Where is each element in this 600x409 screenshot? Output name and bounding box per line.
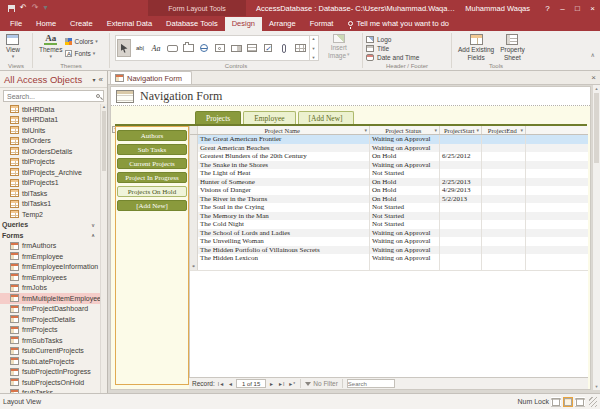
label-icon[interactable]: Aa <box>149 39 163 57</box>
form-list-item[interactable]: fsubProjectsOnHold <box>0 377 100 388</box>
attachment-icon[interactable] <box>277 39 291 57</box>
record-selector[interactable] <box>190 254 198 263</box>
side-navigation-tab[interactable]: Projects On Hold <box>117 186 187 197</box>
new-record-row[interactable]: * <box>190 263 588 272</box>
record-selector[interactable] <box>190 237 198 246</box>
record-selector[interactable] <box>190 195 198 204</box>
navigation-pane-header[interactable]: All Access Objects ▾ « <box>0 71 107 88</box>
table-row[interactable]: The Soul in the Crying Not Started <box>190 203 588 212</box>
table-list-item[interactable]: tblOrders <box>0 136 100 147</box>
chevron-down-icon[interactable]: ▾ <box>93 76 96 83</box>
table-list-item[interactable]: tblUnits <box>0 125 100 136</box>
column-header[interactable]: ProjectEnd ▾ <box>482 126 526 134</box>
sidebar-scrollbar[interactable]: ▲ <box>100 104 107 393</box>
column-dropdown-icon[interactable]: ▾ <box>364 127 367 133</box>
record-selector[interactable] <box>190 220 198 229</box>
table-list-item[interactable]: tblOrdersDetails <box>0 146 100 157</box>
document-scrollbar[interactable]: ▲ ▼ <box>592 85 600 390</box>
record-selector[interactable] <box>190 152 198 161</box>
account-user-name[interactable]: Muhammad Waqas <box>455 4 540 13</box>
qat-customize-icon[interactable]: ▾ <box>43 4 47 12</box>
form-list-item[interactable]: frmProjectDetails <box>0 314 100 325</box>
form-list-item[interactable]: frmAuthors <box>0 241 100 252</box>
filter-icon[interactable] <box>305 382 311 386</box>
table-row[interactable]: The Snake in the Shores Waiting on Appro… <box>190 161 588 170</box>
logo-button[interactable]: Logo <box>366 35 419 43</box>
top-navigation-tab[interactable]: [Add New] <box>298 111 354 124</box>
fonts-button[interactable]: A Fonts ▾ <box>65 48 97 58</box>
table-list-item[interactable]: tblTasks <box>0 188 100 199</box>
column-header[interactable]: ProjectStart ▾ <box>440 126 482 134</box>
form-list-item[interactable]: fsubLateProjects <box>0 356 100 367</box>
shutter-close-icon[interactable]: « <box>99 75 103 84</box>
save-icon[interactable] <box>8 5 15 12</box>
forms-group-header[interactable]: Forms ∧ <box>0 230 100 241</box>
ribbon-tab[interactable]: File <box>3 17 29 31</box>
form-list-item[interactable]: fsubProjectInProgress <box>0 367 100 378</box>
date-time-button[interactable]: Date and Time <box>366 53 419 61</box>
record-selector[interactable] <box>190 229 198 238</box>
close-document-icon[interactable]: × <box>591 73 596 82</box>
column-header[interactable]: Project Name ▾ <box>198 126 370 134</box>
table-row[interactable]: The Unveiling Woman Waiting on Approval <box>190 237 588 246</box>
record-search-input[interactable] <box>348 381 392 387</box>
form-list-item[interactable]: frmJobs <box>0 283 100 294</box>
design-view-icon[interactable] <box>575 397 585 407</box>
colors-button[interactable]: Colors ▾ <box>65 36 97 46</box>
no-filter-label[interactable]: No Filter <box>313 380 338 387</box>
table-row[interactable]: Greatest Blunders of the 20th Century On… <box>190 152 588 161</box>
side-navigation-tab[interactable]: Project In Progress <box>117 172 187 183</box>
record-counter[interactable]: 1 of 15 <box>236 379 266 388</box>
form-list-item[interactable]: frmEmployee <box>0 251 100 262</box>
table-row[interactable]: The School of Lords and Ladies Waiting o… <box>190 229 588 238</box>
table-row[interactable]: The Hidden Lexicon Waiting on Approval <box>190 254 588 263</box>
hyperlink-icon[interactable] <box>197 39 211 57</box>
table-row[interactable]: The Great American Frontier Waiting on A… <box>190 135 588 144</box>
table-row[interactable]: Hunter of Someone On Hold 2/25/2013 <box>190 178 588 187</box>
ribbon-tab[interactable]: Design <box>225 17 262 31</box>
column-header[interactable]: Project Status ▾ <box>370 126 440 134</box>
table-list-item[interactable]: tblProjects_Archive <box>0 167 100 178</box>
undo-icon[interactable]: ↶ <box>20 4 27 12</box>
next-record-button[interactable]: ► <box>268 379 275 389</box>
search-input[interactable] <box>7 93 87 100</box>
form-list-item[interactable]: frmEmployees <box>0 272 100 283</box>
select-pointer-icon[interactable] <box>117 39 131 57</box>
record-selector[interactable] <box>190 246 198 255</box>
minimize-button[interactable]: – <box>555 4 570 13</box>
table-row[interactable]: The Cold Night Not Started <box>190 220 588 229</box>
record-selector[interactable] <box>190 135 198 144</box>
form-list-item[interactable]: frmSubTasks <box>0 335 100 346</box>
side-navigation-tab[interactable]: Authors <box>117 130 187 141</box>
scrollbar-thumb[interactable] <box>594 93 599 163</box>
table-list-item[interactable]: tblHRData1 <box>0 115 100 126</box>
table-list-item[interactable]: tblProjects1 <box>0 178 100 189</box>
view-button[interactable]: View ▾ <box>3 33 23 59</box>
property-sheet-button[interactable]: Property Sheet <box>497 33 528 62</box>
ribbon-tab[interactable]: Create <box>63 17 100 31</box>
close-button[interactable]: × <box>585 4 600 13</box>
last-record-button[interactable]: ►Ι <box>277 379 285 389</box>
top-navigation-tab[interactable]: Employee <box>243 111 295 124</box>
top-navigation-tab[interactable]: Projects <box>195 111 241 124</box>
table-row[interactable]: The Light of Heat Not Started <box>190 169 588 178</box>
button-icon[interactable] <box>165 39 179 57</box>
ribbon-tab[interactable]: Format <box>303 17 341 31</box>
record-selector[interactable] <box>190 178 198 187</box>
title-button[interactable]: Title <box>366 44 419 52</box>
form-view-icon[interactable] <box>551 397 561 407</box>
list-box-icon[interactable] <box>245 39 259 57</box>
table-row[interactable]: The River in the Thorns On Hold 5/2/2013 <box>190 195 588 204</box>
select-all-cell[interactable] <box>190 126 198 134</box>
record-selector[interactable] <box>190 161 198 170</box>
help-button[interactable]: ? <box>540 4 555 13</box>
search-box[interactable] <box>3 90 104 102</box>
table-list-item[interactable]: tblTasks1 <box>0 199 100 210</box>
text-box-icon[interactable]: ab| <box>133 39 147 57</box>
column-dropdown-icon[interactable]: ▾ <box>476 127 479 133</box>
add-existing-fields-button[interactable]: Add Existing Fields <box>455 33 497 62</box>
new-record-button[interactable]: ►* <box>287 379 296 389</box>
collapse-ribbon-icon[interactable]: ∧ <box>591 51 595 58</box>
table-row[interactable]: The Memory in the Man Not Started <box>190 212 588 221</box>
combo-box-icon[interactable] <box>229 39 243 57</box>
